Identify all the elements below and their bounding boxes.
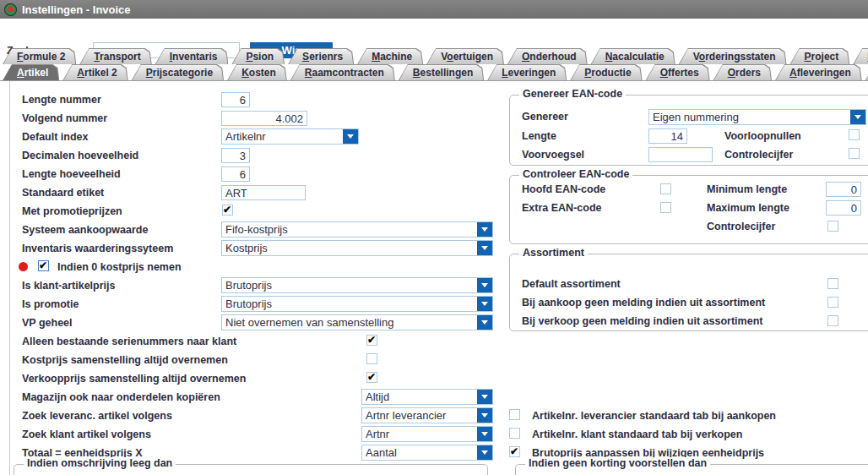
tab-transport[interactable]: Transport — [79, 48, 151, 64]
hoofd-ean-checkbox[interactable] — [660, 183, 671, 194]
indien-0-kostprijs-label: Indien 0 kostprijs nemen — [57, 259, 182, 276]
totaal-eenheidsprijs-dropdown[interactable]: Aantal — [361, 445, 493, 461]
chevron-down-icon[interactable] — [477, 278, 492, 292]
min-lengte-input[interactable] — [826, 182, 861, 197]
tab-row-1: Formule 2 Transport Inventaris Psion Ser… — [0, 48, 868, 64]
verkoopprijs-samenstelling-label: Verkoopprijs samenstelling altijd overne… — [22, 370, 246, 387]
inventaris-waardering-label: Inventaris waarderingssyteem — [22, 240, 173, 257]
chevron-down-icon[interactable] — [477, 241, 492, 255]
tab-machine[interactable]: Machine — [357, 48, 423, 64]
aankoop-melding-checkbox[interactable] — [827, 297, 838, 308]
tab-inventaris[interactable]: Inventaris — [155, 48, 229, 64]
voorvoegsel-input[interactable] — [648, 147, 713, 162]
genereer-ean-group-title: Genereer EAN-code — [519, 88, 626, 100]
tab-productie[interactable]: Productie — [570, 64, 642, 80]
ean-lengte-input[interactable] — [648, 128, 687, 144]
tab-prijscon[interactable]: Prijscon — [853, 48, 868, 64]
verkoop-melding-checkbox[interactable] — [827, 315, 838, 326]
lengte-nummer-label: Lengte nummer — [22, 91, 101, 108]
kostprijs-samenstelling-label: Kostprijs samenstelling altijd overnemen — [22, 352, 228, 369]
lengte-nummer-input[interactable] — [221, 92, 250, 107]
tab-prijscategorie[interactable]: Prijscategorie — [132, 64, 224, 80]
standaard-etiket-input[interactable] — [221, 185, 306, 200]
extra-ean-checkbox[interactable] — [660, 202, 671, 213]
chevron-down-icon[interactable] — [477, 222, 492, 237]
standaard-etiket-label: Standaard etiket — [22, 184, 104, 201]
tab-formule-2[interactable]: Formule 2 — [3, 48, 76, 64]
chevron-down-icon[interactable] — [477, 315, 492, 330]
is-klant-artikelprijs-label: Is klant-artikelprijs — [22, 277, 115, 294]
magazijn-kopieren-dropdown[interactable]: Altijd — [361, 389, 493, 405]
is-promotie-label: Is promotie — [22, 296, 79, 313]
gen-controlecijfer-checkbox[interactable] — [849, 148, 860, 159]
tab-psion[interactable]: Psion — [231, 48, 285, 64]
magazijn-kopieren-label: Magazijn ook naar onderdelen kopiëren — [22, 389, 220, 406]
chevron-down-icon[interactable] — [477, 297, 492, 311]
tab-offertes[interactable]: Offertes — [646, 64, 710, 80]
brutoprijs-aanpassen-checkbox[interactable] — [509, 446, 520, 457]
serienummers-label: Alleen bestaande serienummers naar klant — [22, 333, 236, 350]
tab-raamcontracten[interactable]: Raamcontracten — [290, 64, 395, 80]
extra-ean-label: Extra EAN-code — [522, 199, 601, 216]
zoek-leveranc-dropdown[interactable]: Artnr leverancier — [361, 407, 493, 423]
chevron-down-icon[interactable] — [477, 445, 492, 460]
tab-voertuigen[interactable]: Voertuigen — [426, 48, 504, 64]
ean-lengte-label: Lengte — [522, 128, 556, 145]
zoek-klant-dropdown[interactable]: Artnr — [361, 426, 493, 442]
tab-artikel[interactable]: Artikel — [3, 64, 59, 80]
tab-leveringen[interactable]: Leveringen — [487, 64, 567, 80]
kostprijs-samenstelling-checkbox[interactable] — [366, 353, 377, 364]
inventaris-waardering-dropdown[interactable]: Kostprijs — [221, 240, 493, 256]
voorloopnullen-checkbox[interactable] — [849, 129, 860, 140]
is-promotie-dropdown[interactable]: Brutoprijs — [221, 296, 493, 312]
met-promotieprijzen-label: Met promotieprijzen — [22, 203, 122, 220]
chevron-down-icon[interactable] — [343, 129, 358, 144]
volgend-nummer-label: Volgend nummer — [22, 110, 107, 127]
is-klant-artikelprijs-dropdown[interactable]: Brutoprijs — [221, 277, 493, 293]
vp-geheel-dropdown[interactable]: Niet overnemen van samenstelling — [221, 314, 493, 330]
systeem-aankoopwaarde-dropdown[interactable]: Fifo-kostprijs — [221, 221, 493, 238]
assortiment-group-title: Assortiment — [519, 247, 588, 259]
chevron-down-icon[interactable] — [477, 390, 492, 404]
tab-onderhoud[interactable]: Onderhoud — [507, 48, 588, 64]
tab-artikel-2[interactable]: Artikel 2 — [62, 64, 127, 80]
tab-bestellingen[interactable]: Bestellingen — [399, 64, 484, 80]
search-row: Zoek Wis — [0, 19, 868, 46]
tab-nacalculatie[interactable]: Nacalculatie — [591, 48, 675, 64]
chevron-down-icon[interactable] — [477, 408, 492, 423]
omschrijving-group-title: Indien omschrijving leeg dan — [24, 457, 176, 469]
check-controlecijfer-checkbox[interactable] — [827, 221, 838, 232]
klant-tab-checkbox[interactable] — [509, 428, 520, 439]
gen-controlecijfer-label: Controlecijfer — [724, 146, 793, 163]
volgend-nummer-input[interactable] — [221, 111, 307, 126]
genereer-dropdown[interactable]: Eigen nummering — [648, 109, 866, 125]
controleer-ean-group-title: Controleer EAN-code — [519, 168, 632, 180]
chevron-down-icon[interactable] — [850, 110, 865, 124]
check-controlecijfer-label: Controlecijfer — [707, 218, 775, 235]
tab-kosten[interactable]: Kosten — [227, 64, 287, 80]
voorloopnullen-label: Voorloopnullen — [724, 128, 801, 145]
met-promotieprijzen-checkbox[interactable] — [222, 205, 233, 216]
zoek-leveranc-label: Zoek leveranc. artikel volgens — [22, 407, 172, 424]
max-lengte-input[interactable] — [826, 200, 861, 216]
genereer-label: Genereer — [522, 108, 568, 125]
leverancier-tab-checkbox[interactable] — [509, 409, 520, 420]
lengte-hoeveelheid-input[interactable] — [221, 167, 250, 182]
tab-shape — [853, 48, 868, 64]
tab-vorderingsstaten[interactable]: Vorderingsstaten — [679, 48, 787, 64]
tab-serienrs[interactable]: Serienrs — [288, 48, 354, 64]
vp-geheel-label: VP geheel — [22, 314, 73, 331]
default-index-dropdown[interactable]: Artikelnr — [221, 128, 359, 145]
aankoop-melding-label: Bij aankoop geen melding indien uit asso… — [522, 294, 765, 311]
systeem-aankoopwaarde-label: Systeem aankoopwaarde — [22, 221, 148, 238]
verkoop-melding-label: Bij verkoop geen melding indien uit asso… — [522, 313, 762, 330]
default-assortiment-checkbox[interactable] — [827, 278, 838, 289]
tab-afleveringen[interactable]: Afleveringen — [775, 64, 862, 80]
tab-project[interactable]: Project — [790, 48, 850, 64]
chevron-down-icon[interactable] — [477, 427, 492, 441]
serienummers-checkbox[interactable] — [366, 335, 377, 346]
decimalen-hoeveelheid-input[interactable] — [221, 148, 250, 163]
indien-0-kostprijs-checkbox[interactable] — [38, 260, 49, 271]
verkoopprijs-samenstelling-checkbox[interactable] — [366, 372, 377, 383]
tab-orders[interactable]: Orders — [713, 64, 772, 80]
